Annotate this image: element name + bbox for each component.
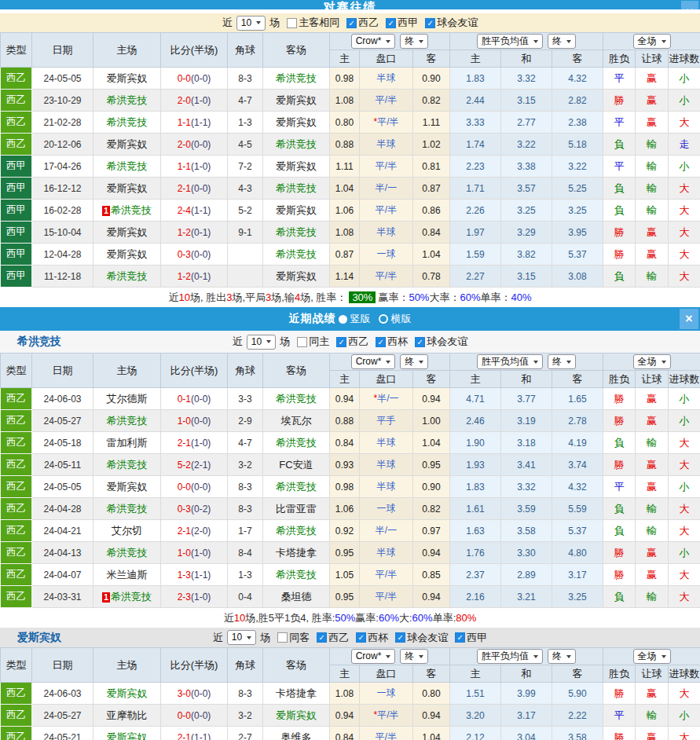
team-label: 希洪竞技 (276, 437, 317, 449)
avg-stage-select[interactable]: 终 (548, 354, 576, 369)
avg-away-cell: 3.17 (552, 564, 603, 586)
odds-company-select[interactable]: Crow* (351, 34, 396, 49)
halftime-score: (0-0) (191, 710, 211, 721)
scope-select[interactable]: 全场 (633, 354, 671, 369)
checkbox-checked-icon[interactable]: ✓ (346, 18, 357, 28)
team-label: 艾尔切 (112, 525, 142, 537)
score-cell: 1-2(0-1) (161, 266, 228, 288)
handicap-cell: *平/半 (360, 112, 413, 134)
scope-select[interactable]: 全场 (633, 34, 671, 49)
radio-vertical-selected[interactable] (339, 315, 347, 324)
match-count-select[interactable]: 10 (227, 630, 256, 645)
checkbox-checked-icon[interactable]: ✓ (356, 632, 366, 643)
checkbox-item[interactable]: ✓西乙 (336, 335, 368, 349)
avg-type-select[interactable]: 胜平负均值 (477, 34, 543, 49)
handicap-label: 半球 (377, 72, 396, 83)
radio-horizontal[interactable] (379, 314, 388, 324)
table-row: 西乙20-12-06爱斯宾奴2-0(0-0)4-5希洪竞技0.88半球1.021… (1, 134, 700, 156)
checkbox-checked-icon[interactable]: ✓ (395, 632, 405, 643)
checkbox-item[interactable]: 主客相同 (287, 16, 339, 30)
score-cell: 1-0(0-0) (161, 410, 228, 432)
checkbox-item[interactable]: ✓西甲 (455, 631, 487, 645)
handicap-label: 平/半 (376, 94, 397, 105)
checkbox-unchecked-icon[interactable] (277, 632, 288, 643)
table-row: 西乙24-04-07米兰迪斯1-3(1-1)1-3希洪竞技1.05平/半0.85… (1, 564, 700, 586)
close-icon[interactable]: × (681, 1, 698, 9)
table-row: 西乙24-04-28希洪竞技0-3(0-2)8-3比雷亚雷1.06一球0.821… (1, 498, 700, 520)
checkbox-checked-icon[interactable]: ✓ (425, 18, 435, 28)
radio-vertical-label[interactable]: 竖版 (350, 312, 371, 326)
odds-home-cell: 0.80 (330, 112, 360, 134)
handicap-result-cell: 輸 (636, 498, 669, 520)
odds-home-cell: 0.95 (330, 586, 360, 608)
handicap-result-cell: 輸 (636, 432, 669, 454)
team-label: 爱斯宾奴 (107, 687, 148, 699)
checkbox-checked-icon[interactable]: ✓ (455, 632, 465, 643)
halftime-score: (1-1) (191, 732, 211, 740)
checkbox-item[interactable]: ✓西杯 (376, 335, 408, 349)
league-badge: 西乙 (1, 542, 32, 564)
checkbox-item[interactable]: 同主 (297, 335, 329, 349)
goals-result-cell: 大 (669, 266, 700, 288)
league-badge: 西乙 (1, 90, 32, 112)
date-cell: 24-05-05 (32, 476, 93, 498)
league-badge: 西甲 (1, 178, 32, 200)
odds-company-select[interactable]: Crow* (351, 649, 396, 664)
team-label: 爱斯宾奴 (107, 72, 148, 84)
column-header: 日期 (32, 33, 93, 68)
checkbox-item[interactable]: ✓西乙 (317, 631, 349, 645)
avg-home-cell: 4.71 (450, 388, 501, 410)
team-label: 希洪竞技 (276, 248, 317, 260)
avg-draw-cell: 3.18 (501, 432, 552, 454)
scope-select[interactable]: 全场 (633, 649, 671, 664)
result-header-group: 全场 (603, 354, 700, 371)
checkbox-checked-icon[interactable]: ✓ (386, 18, 396, 28)
checkbox-checked-icon[interactable]: ✓ (415, 337, 425, 347)
odds-away-cell: 0.90 (413, 68, 450, 90)
checkbox-checked-icon[interactable]: ✓ (317, 632, 327, 643)
close-button[interactable]: × (680, 309, 698, 329)
date-cell: 23-10-29 (32, 90, 93, 112)
score-cell: 2-1(1-0) (161, 432, 228, 454)
avg-home-cell: 2.44 (450, 90, 501, 112)
summary-segment: 单率: (433, 611, 456, 625)
home-team-cell: 爱斯宾奴 (93, 222, 161, 244)
avg-type-select[interactable]: 胜平负均值 (477, 354, 543, 369)
checkbox-unchecked-icon[interactable] (297, 337, 307, 347)
checkbox-item[interactable]: ✓球会友谊 (415, 335, 467, 349)
odds-home-cell: 0.87 (330, 244, 360, 266)
checkbox-item[interactable]: 同客 (277, 631, 310, 645)
avg-home-cell: 1.83 (450, 476, 501, 498)
date-cell: 17-04-26 (32, 156, 93, 178)
checkbox-checked-icon[interactable]: ✓ (336, 337, 346, 347)
summary-segment: 单率： (480, 291, 511, 305)
odds-stage-select[interactable]: 终 (400, 354, 428, 369)
checkbox-label: 西乙 (328, 631, 349, 645)
fulltime-score: 2-3 (178, 592, 191, 603)
fulltime-score: 0-3 (178, 249, 191, 260)
odds-company-select[interactable]: Crow* (351, 354, 396, 369)
avg-type-select[interactable]: 胜平负均值 (477, 649, 543, 664)
checkbox-item[interactable]: ✓西乙 (346, 16, 379, 30)
table-row: 西乙24-05-05爱斯宾奴0-0(0-0)8-3希洪竞技0.98半球0.901… (1, 476, 700, 498)
checkbox-item[interactable]: ✓球会友谊 (395, 631, 448, 645)
checkbox-item[interactable]: ✓西杯 (356, 631, 388, 645)
checkbox-checked-icon[interactable]: ✓ (376, 337, 386, 347)
result-cell: 負 (603, 266, 636, 288)
odds-stage-select[interactable]: 终 (400, 34, 428, 49)
avg-stage-select[interactable]: 终 (548, 649, 576, 664)
checkbox-item[interactable]: ✓球会友谊 (425, 16, 478, 30)
table-row: 西甲16-12-12爱斯宾奴2-1(0-0)4-3希洪竞技1.04半/一0.87… (1, 178, 700, 200)
match-count-select[interactable]: 10 (236, 16, 266, 31)
column-header: 角球 (228, 354, 263, 388)
date-cell: 21-02-28 (32, 112, 93, 134)
match-count-select[interactable]: 10 (247, 335, 276, 350)
table-row: 西甲16-02-281希洪竞技2-4(1-1)5-2爱斯宾奴1.06平/半0.8… (1, 200, 700, 222)
radio-horizontal-label[interactable]: 横版 (391, 312, 412, 326)
avg-stage-select[interactable]: 终 (548, 34, 576, 49)
result-cell: 負 (603, 134, 636, 156)
odds-stage-select[interactable]: 终 (400, 649, 428, 664)
fulltime-score: 0-3 (178, 504, 191, 515)
checkbox-item[interactable]: ✓西甲 (386, 16, 418, 30)
checkbox-unchecked-icon[interactable] (287, 18, 297, 28)
